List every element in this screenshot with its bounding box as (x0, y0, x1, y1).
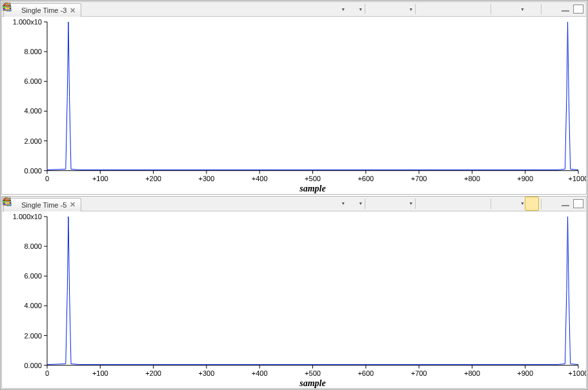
tab-bar: Single Time -5✕▼▼▼H▼ (2, 197, 586, 211)
svg-rect-88 (6, 199, 11, 200)
x-tick-label: +900 (517, 369, 533, 376)
y-tick-label: 8.000 (24, 48, 42, 55)
svg-rect-36 (3, 9, 6, 10)
x-tick-label: +100 (92, 175, 108, 182)
tab-bar: Single Time -3✕▼▼▼H▼ (2, 2, 586, 17)
svg-rect-32 (3, 4, 6, 5)
toolbar: ▼▼▼H▼ (285, 2, 586, 16)
y-tick-label: 6.000 (24, 77, 42, 85)
y-tick-label: 6.000 (24, 272, 42, 280)
series-trace (47, 22, 578, 170)
y-tick-label: 0.000 (24, 167, 42, 175)
y-tick-label: 4.000 (24, 302, 42, 309)
svg-rect-37 (6, 9, 11, 10)
x-tick-label: +1000 (569, 369, 586, 376)
svg-rect-33 (6, 4, 11, 5)
x-tick-label: +800 (464, 369, 480, 376)
x-tick-label: +600 (358, 175, 374, 182)
x-tick-label: +800 (464, 175, 480, 182)
x-tick-label: +400 (252, 369, 268, 376)
x-tick-label: +700 (411, 175, 427, 182)
x-tick-label: +200 (145, 369, 161, 376)
app-root: Single Time -3✕▼▼▼H▼0.0002.0004.0006.000… (0, 0, 588, 390)
chart-area[interactable]: 0.0002.0004.0006.0008.0001.000x100+100+2… (2, 211, 586, 389)
x-tick-label: +700 (411, 369, 427, 376)
y-tick-label: 4.000 (24, 107, 42, 115)
options-button[interactable] (543, 2, 558, 16)
x-tick-label: +900 (517, 175, 533, 182)
x-tick-label: 0 (45, 369, 49, 376)
svg-rect-90 (6, 201, 11, 202)
svg-rect-34 (3, 6, 6, 8)
x-axis-label: sample (299, 378, 325, 387)
x-tick-label: +300 (199, 369, 215, 376)
svg-rect-92 (6, 204, 11, 205)
chart-panel: Single Time -3✕▼▼▼H▼0.0002.0004.0006.000… (1, 1, 587, 195)
x-tick-label: +600 (358, 369, 374, 376)
x-tick-label: +500 (305, 369, 321, 376)
x-tick-label: 0 (45, 175, 49, 182)
svg-rect-35 (6, 6, 11, 8)
options-button[interactable] (543, 197, 558, 211)
y-tick-label: 1.000x10 (13, 212, 42, 220)
series-trace (47, 216, 578, 364)
x-axis-label: sample (299, 184, 325, 193)
x-tick-label: +1000 (569, 175, 586, 182)
svg-rect-89 (3, 201, 6, 202)
y-tick-label: 0.000 (24, 361, 42, 369)
chart-area[interactable]: 0.0002.0004.0006.0008.0001.000x100+100+2… (2, 17, 586, 194)
y-tick-label: 2.000 (24, 137, 42, 145)
toolbar: ▼▼▼H▼ (285, 197, 586, 211)
y-tick-label: 8.000 (24, 242, 42, 250)
svg-rect-91 (3, 204, 6, 205)
y-tick-label: 2.000 (24, 331, 42, 339)
y-tick-label: 1.000x10 (13, 18, 42, 26)
x-tick-label: +300 (199, 175, 215, 182)
x-tick-label: +100 (92, 369, 108, 376)
x-tick-label: +500 (305, 175, 321, 182)
x-tick-label: +400 (252, 175, 268, 182)
svg-rect-87 (3, 199, 6, 200)
chart-panel: Single Time -5✕▼▼▼H▼0.0002.0004.0006.000… (1, 196, 587, 389)
x-tick-label: +200 (145, 175, 161, 182)
